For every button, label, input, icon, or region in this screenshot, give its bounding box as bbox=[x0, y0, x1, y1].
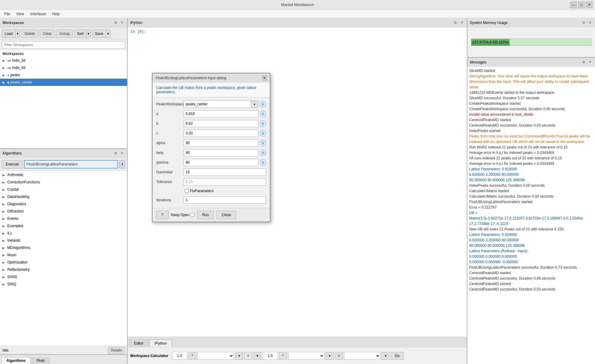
algorithms-float-button[interactable]: ⧉ bbox=[113, 151, 119, 156]
algo-item-crystal[interactable]: ▶ Crystal bbox=[0, 186, 127, 193]
tab-plots[interactable]: Plots bbox=[31, 357, 50, 364]
menu-view[interactable]: View bbox=[13, 11, 27, 17]
workspace-label-peaks: peaks bbox=[10, 73, 20, 77]
sort-dropdown-arrow[interactable]: ▾ bbox=[86, 30, 91, 38]
algo-item-reflectometry[interactable]: ▶ Reflectometry bbox=[0, 266, 127, 273]
sort-split-button[interactable]: Sort ▾ bbox=[74, 29, 91, 38]
iterations-input[interactable] bbox=[184, 196, 266, 204]
tab-ipython[interactable]: IPython bbox=[149, 339, 172, 347]
keep-open-label: Keep Open bbox=[171, 213, 190, 217]
algo-item-optimization[interactable]: ▶ Optimization bbox=[0, 259, 127, 266]
details-button[interactable]: Details bbox=[108, 347, 125, 354]
tab-editor[interactable]: Editor bbox=[129, 339, 149, 347]
clear-button[interactable]: Clear bbox=[40, 29, 55, 38]
workspace-item-mde4d[interactable]: ▶ ■■ mde_4d bbox=[0, 64, 127, 71]
workspace-item-peaks[interactable]: ▶ ■ peaks bbox=[0, 71, 127, 79]
execute-button[interactable]: Execute bbox=[2, 160, 23, 168]
peaks-workspace-input[interactable] bbox=[184, 100, 251, 108]
close-button[interactable]: ✕ bbox=[586, 2, 593, 8]
a-input[interactable] bbox=[184, 110, 258, 117]
algo-item-mdalgorithms[interactable]: ▶ MDAlgorithms bbox=[0, 244, 127, 251]
algo-item-diagnostics[interactable]: ▶ Diagnostics bbox=[0, 200, 127, 208]
maximize-button[interactable]: □ bbox=[578, 2, 585, 8]
load-dropdown-arrow[interactable]: ▾ bbox=[15, 30, 20, 38]
sort-button-label[interactable]: Sort bbox=[74, 30, 86, 38]
workspace-item-mde3d[interactable]: ▶ ■■ mde_3d bbox=[0, 57, 127, 64]
gamma-input[interactable] bbox=[184, 159, 258, 166]
ws-calc-val1[interactable] bbox=[172, 352, 187, 360]
menu-help[interactable]: Help bbox=[49, 11, 63, 17]
ws-calc-workspace2[interactable] bbox=[288, 352, 325, 360]
memory-header: System Memory Usage ⧉ ✕ bbox=[467, 18, 595, 27]
alpha-input[interactable] bbox=[184, 139, 258, 147]
tolerance-input[interactable] bbox=[184, 178, 266, 185]
keep-open-checkbox[interactable] bbox=[191, 213, 194, 217]
c-info-btn[interactable]: ℹ bbox=[260, 130, 266, 137]
num-initial-input[interactable] bbox=[184, 168, 266, 176]
minimize-button[interactable]: — bbox=[570, 2, 577, 8]
algo-item-correction[interactable]: ▶ CorrectionFunctions bbox=[0, 179, 127, 186]
algorithm-search-input[interactable] bbox=[24, 160, 118, 168]
menu-file[interactable]: File bbox=[1, 11, 13, 17]
algo-item-examples[interactable]: ▶ Examples bbox=[0, 222, 127, 230]
algo-item-datahandling[interactable]: ▶ DataHandling bbox=[0, 193, 127, 200]
algorithms-toolbar: Execute ▾ bbox=[0, 158, 127, 171]
run-button[interactable]: Run bbox=[197, 211, 214, 219]
beta-info-btn[interactable]: ℹ bbox=[260, 149, 266, 156]
workspaces-float-button[interactable]: ⧉ bbox=[113, 20, 119, 26]
algo-item-muon[interactable]: ▶ Muon bbox=[0, 251, 127, 259]
a-info-btn[interactable]: ℹ bbox=[260, 111, 266, 117]
algorithm-search-arrow[interactable]: ▾ bbox=[119, 160, 125, 168]
save-button-label[interactable]: Save bbox=[92, 30, 106, 38]
titlebar: Mantid Workbench — □ ✕ bbox=[0, 0, 595, 10]
b-input[interactable] bbox=[184, 120, 258, 127]
message-line: SliceMD successful, Duration 5.57 second… bbox=[469, 95, 593, 101]
save-dropdown-arrow[interactable]: ▾ bbox=[106, 30, 110, 38]
dialog-close-button[interactable]: ✕ bbox=[262, 76, 267, 80]
gamma-info-btn[interactable]: ℹ bbox=[260, 159, 266, 166]
ipython-close-button[interactable]: ✕ bbox=[459, 20, 464, 26]
save-split-button[interactable]: Save ▾ bbox=[92, 29, 110, 38]
ws-calc-val2[interactable] bbox=[263, 352, 278, 360]
menu-interfaces[interactable]: Interfaces bbox=[27, 11, 49, 17]
dialog-form: PeaksWorkspace ▾ ℹ a ℹ b ℹ c bbox=[153, 97, 270, 208]
load-split-button[interactable]: Load ▾ bbox=[2, 29, 20, 38]
close-dialog-button[interactable]: Close bbox=[216, 211, 236, 219]
b-info-btn[interactable]: ℹ bbox=[260, 120, 266, 127]
expand-arrow-diagnostics: ▶ bbox=[2, 202, 6, 206]
memory-float-button[interactable]: ⧉ bbox=[581, 20, 586, 26]
algo-item-events[interactable]: ▶ Events bbox=[0, 215, 127, 222]
beta-input[interactable] bbox=[184, 149, 258, 156]
memory-value-text: 237.8/754.4 GB (32%) bbox=[472, 40, 509, 44]
ipython-float-button[interactable]: ⧉ bbox=[453, 20, 458, 26]
algo-item-ill[interactable]: ▶ ILL bbox=[0, 230, 127, 237]
algorithms-close-button[interactable]: ✕ bbox=[119, 151, 125, 156]
message-line: SlicingAlgorithm: Your slice will cause … bbox=[469, 73, 593, 90]
algo-item-inelastic[interactable]: ▶ Inelastic bbox=[0, 237, 127, 244]
algo-item-sinq[interactable]: ▶ SINQ bbox=[0, 281, 127, 288]
messages-close-button[interactable]: ✕ bbox=[587, 60, 593, 65]
memory-close-button[interactable]: ✕ bbox=[587, 20, 593, 26]
alpha-info-btn[interactable]: ℹ bbox=[260, 140, 266, 146]
peaks-workspace-info-btn[interactable]: ℹ bbox=[260, 101, 266, 107]
algo-item-sans[interactable]: ▶ SANS bbox=[0, 273, 127, 281]
load-button-label[interactable]: Load bbox=[2, 30, 15, 38]
ws-calc-result[interactable] bbox=[344, 352, 380, 360]
algo-item-diffraction[interactable]: ▶ Diffraction bbox=[0, 208, 127, 215]
group-button[interactable]: Group bbox=[56, 29, 73, 38]
memory-header-controls: ⧉ ✕ bbox=[581, 20, 593, 26]
workspace-filter-input[interactable] bbox=[2, 41, 125, 49]
workspaces-close-button[interactable]: ✕ bbox=[119, 20, 125, 26]
fix-parameters-checkbox[interactable] bbox=[185, 189, 189, 193]
ws-calc-go-button[interactable]: Go bbox=[391, 352, 404, 360]
workspace-item-peaks-center[interactable]: ▶ ■ peaks_center bbox=[0, 79, 127, 86]
workspaces-tree-label: Workspaces bbox=[0, 51, 127, 57]
delete-button[interactable]: Delete bbox=[21, 29, 39, 38]
c-input[interactable] bbox=[184, 130, 258, 137]
messages-float-button[interactable]: ⧉ bbox=[581, 60, 586, 65]
tab-algorithms[interactable]: Algorithms bbox=[1, 357, 31, 364]
peaks-workspace-dropdown-btn[interactable]: ▾ bbox=[251, 100, 258, 108]
algo-item-arithmetic[interactable]: ▶ Arithmetic bbox=[0, 171, 127, 179]
ws-calc-workspace1[interactable] bbox=[198, 352, 234, 360]
dialog-help-button[interactable]: ? bbox=[156, 211, 169, 219]
